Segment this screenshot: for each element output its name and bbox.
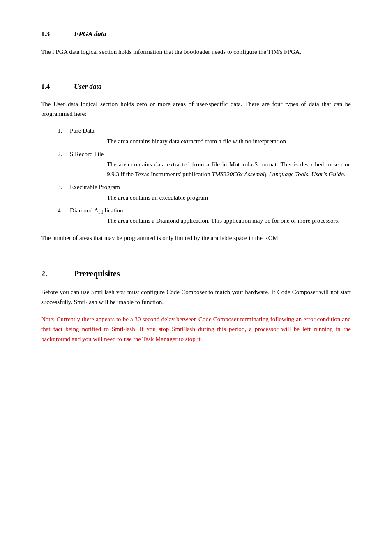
page-content: 1.3 FPGA data The FPGA data logical sect…	[0, 0, 392, 555]
list-item-2-publication: TMS320C6x Assembly Language Tools. User'…	[212, 171, 344, 177]
section-1-4-intro: The User data logical section holds zero…	[41, 99, 351, 119]
section-1-4-heading: 1.4 User data	[41, 81, 351, 92]
list-item-2-desc: The area contains data extracted from a …	[58, 159, 351, 179]
section-2: 2. Prerequisites Before you can use SmtF…	[41, 267, 351, 344]
list-item-1-label: 1. Pure Data	[58, 126, 351, 136]
list-item-3-label: 3. Executable Program	[58, 182, 351, 192]
section-2-title: Prerequisites	[74, 267, 120, 280]
list-item-4-number: 4.	[58, 206, 70, 215]
section-1-3-number: 1.3	[41, 29, 74, 39]
list-item-1-title: Pure Data	[70, 126, 95, 136]
list-item-2-title: S Record File	[70, 150, 104, 159]
list-item-3-number: 3.	[58, 182, 70, 192]
section-1-3-heading: 1.3 FPGA data	[41, 29, 351, 39]
section-1-3: 1.3 FPGA data The FPGA data logical sect…	[41, 29, 351, 57]
list-item-1-desc: The area contains binary data extracted …	[58, 136, 351, 146]
section-2-body1: Before you can use SmtFlash you must con…	[41, 287, 351, 307]
section-1-3-body: The FPGA data logical section holds info…	[41, 47, 351, 57]
section-2-note: Note: Currently there appears to be a 30…	[41, 314, 351, 344]
list-item-3-desc: The area contains an executable program	[58, 193, 351, 203]
list-item-2-number: 2.	[58, 150, 70, 159]
list-item-4-title: Diamond Application	[70, 206, 123, 215]
section-1-4-footer: The number of areas that may be programm…	[41, 233, 351, 243]
section-1-4: 1.4 User data The User data logical sect…	[41, 81, 351, 243]
section-1-3-title: FPGA data	[74, 29, 106, 39]
list-item-1-number: 1.	[58, 126, 70, 136]
section-1-4-number: 1.4	[41, 81, 74, 92]
list-item-2: 2. S Record File The area contains data …	[58, 150, 351, 180]
section-1-4-title: User data	[74, 81, 102, 92]
section-2-number: 2.	[41, 267, 74, 280]
list-item-3-title: Executable Program	[70, 182, 120, 192]
section-2-heading: 2. Prerequisites	[41, 267, 351, 280]
user-data-list: 1. Pure Data The area contains binary da…	[58, 126, 351, 226]
list-item-3: 3. Executable Program The area contains …	[58, 182, 351, 203]
list-item-1: 1. Pure Data The area contains binary da…	[58, 126, 351, 146]
list-item-4-desc: The area contains a Diamond application.…	[58, 216, 351, 226]
list-item-4-label: 4. Diamond Application	[58, 206, 351, 215]
list-item-2-label: 2. S Record File	[58, 150, 351, 159]
list-item-4: 4. Diamond Application The area contains…	[58, 206, 351, 226]
